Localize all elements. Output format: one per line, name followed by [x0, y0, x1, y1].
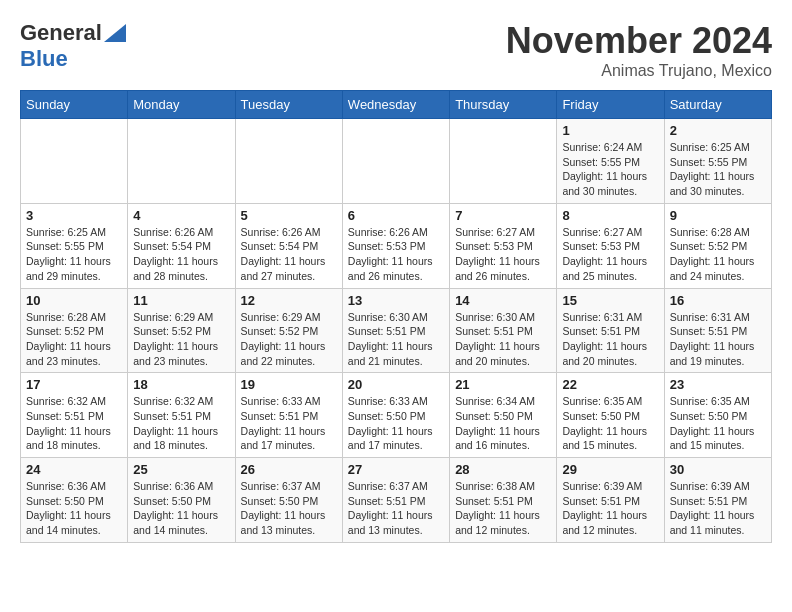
- calendar-body: 1Sunrise: 6:24 AMSunset: 5:55 PMDaylight…: [21, 119, 772, 543]
- cell-day-number: 2: [670, 123, 766, 138]
- cell-sun-info: Sunrise: 6:36 AMSunset: 5:50 PMDaylight:…: [133, 479, 229, 538]
- cell-sun-info: Sunrise: 6:27 AMSunset: 5:53 PMDaylight:…: [455, 225, 551, 284]
- cell-sun-info: Sunrise: 6:24 AMSunset: 5:55 PMDaylight:…: [562, 140, 658, 199]
- calendar-cell: 1Sunrise: 6:24 AMSunset: 5:55 PMDaylight…: [557, 119, 664, 204]
- cell-sun-info: Sunrise: 6:39 AMSunset: 5:51 PMDaylight:…: [562, 479, 658, 538]
- cell-sun-info: Sunrise: 6:25 AMSunset: 5:55 PMDaylight:…: [670, 140, 766, 199]
- day-of-week-header: Thursday: [450, 91, 557, 119]
- day-of-week-header: Monday: [128, 91, 235, 119]
- cell-sun-info: Sunrise: 6:35 AMSunset: 5:50 PMDaylight:…: [670, 394, 766, 453]
- calendar-week-row: 24Sunrise: 6:36 AMSunset: 5:50 PMDayligh…: [21, 458, 772, 543]
- calendar-cell: [21, 119, 128, 204]
- calendar-cell: [342, 119, 449, 204]
- cell-sun-info: Sunrise: 6:29 AMSunset: 5:52 PMDaylight:…: [133, 310, 229, 369]
- cell-day-number: 15: [562, 293, 658, 308]
- cell-day-number: 7: [455, 208, 551, 223]
- calendar-cell: 8Sunrise: 6:27 AMSunset: 5:53 PMDaylight…: [557, 203, 664, 288]
- cell-sun-info: Sunrise: 6:31 AMSunset: 5:51 PMDaylight:…: [670, 310, 766, 369]
- calendar-cell: 6Sunrise: 6:26 AMSunset: 5:53 PMDaylight…: [342, 203, 449, 288]
- calendar-cell: 14Sunrise: 6:30 AMSunset: 5:51 PMDayligh…: [450, 288, 557, 373]
- cell-sun-info: Sunrise: 6:30 AMSunset: 5:51 PMDaylight:…: [348, 310, 444, 369]
- cell-sun-info: Sunrise: 6:33 AMSunset: 5:50 PMDaylight:…: [348, 394, 444, 453]
- cell-sun-info: Sunrise: 6:26 AMSunset: 5:54 PMDaylight:…: [133, 225, 229, 284]
- cell-day-number: 20: [348, 377, 444, 392]
- calendar-cell: 3Sunrise: 6:25 AMSunset: 5:55 PMDaylight…: [21, 203, 128, 288]
- cell-sun-info: Sunrise: 6:37 AMSunset: 5:50 PMDaylight:…: [241, 479, 337, 538]
- cell-day-number: 13: [348, 293, 444, 308]
- month-title: November 2024: [506, 20, 772, 62]
- cell-day-number: 16: [670, 293, 766, 308]
- cell-day-number: 11: [133, 293, 229, 308]
- cell-sun-info: Sunrise: 6:30 AMSunset: 5:51 PMDaylight:…: [455, 310, 551, 369]
- cell-sun-info: Sunrise: 6:33 AMSunset: 5:51 PMDaylight:…: [241, 394, 337, 453]
- calendar-cell: 21Sunrise: 6:34 AMSunset: 5:50 PMDayligh…: [450, 373, 557, 458]
- calendar-week-row: 1Sunrise: 6:24 AMSunset: 5:55 PMDaylight…: [21, 119, 772, 204]
- cell-day-number: 24: [26, 462, 122, 477]
- cell-day-number: 26: [241, 462, 337, 477]
- calendar-cell: 19Sunrise: 6:33 AMSunset: 5:51 PMDayligh…: [235, 373, 342, 458]
- cell-day-number: 30: [670, 462, 766, 477]
- day-of-week-header: Saturday: [664, 91, 771, 119]
- cell-day-number: 10: [26, 293, 122, 308]
- calendar-cell: [450, 119, 557, 204]
- calendar-cell: 9Sunrise: 6:28 AMSunset: 5:52 PMDaylight…: [664, 203, 771, 288]
- cell-sun-info: Sunrise: 6:37 AMSunset: 5:51 PMDaylight:…: [348, 479, 444, 538]
- cell-sun-info: Sunrise: 6:29 AMSunset: 5:52 PMDaylight:…: [241, 310, 337, 369]
- cell-sun-info: Sunrise: 6:38 AMSunset: 5:51 PMDaylight:…: [455, 479, 551, 538]
- cell-day-number: 6: [348, 208, 444, 223]
- calendar-cell: 11Sunrise: 6:29 AMSunset: 5:52 PMDayligh…: [128, 288, 235, 373]
- cell-sun-info: Sunrise: 6:28 AMSunset: 5:52 PMDaylight:…: [670, 225, 766, 284]
- cell-sun-info: Sunrise: 6:31 AMSunset: 5:51 PMDaylight:…: [562, 310, 658, 369]
- cell-sun-info: Sunrise: 6:26 AMSunset: 5:53 PMDaylight:…: [348, 225, 444, 284]
- title-block: November 2024 Animas Trujano, Mexico: [506, 20, 772, 80]
- cell-sun-info: Sunrise: 6:27 AMSunset: 5:53 PMDaylight:…: [562, 225, 658, 284]
- day-of-week-header: Sunday: [21, 91, 128, 119]
- calendar-cell: 15Sunrise: 6:31 AMSunset: 5:51 PMDayligh…: [557, 288, 664, 373]
- calendar-cell: 16Sunrise: 6:31 AMSunset: 5:51 PMDayligh…: [664, 288, 771, 373]
- calendar-cell: 26Sunrise: 6:37 AMSunset: 5:50 PMDayligh…: [235, 458, 342, 543]
- cell-day-number: 9: [670, 208, 766, 223]
- calendar-table: SundayMondayTuesdayWednesdayThursdayFrid…: [20, 90, 772, 543]
- cell-day-number: 17: [26, 377, 122, 392]
- cell-sun-info: Sunrise: 6:26 AMSunset: 5:54 PMDaylight:…: [241, 225, 337, 284]
- days-of-week-row: SundayMondayTuesdayWednesdayThursdayFrid…: [21, 91, 772, 119]
- calendar-cell: 20Sunrise: 6:33 AMSunset: 5:50 PMDayligh…: [342, 373, 449, 458]
- location-subtitle: Animas Trujano, Mexico: [506, 62, 772, 80]
- cell-day-number: 4: [133, 208, 229, 223]
- calendar-cell: 29Sunrise: 6:39 AMSunset: 5:51 PMDayligh…: [557, 458, 664, 543]
- cell-day-number: 19: [241, 377, 337, 392]
- calendar-header: SundayMondayTuesdayWednesdayThursdayFrid…: [21, 91, 772, 119]
- calendar-cell: 27Sunrise: 6:37 AMSunset: 5:51 PMDayligh…: [342, 458, 449, 543]
- day-of-week-header: Friday: [557, 91, 664, 119]
- logo-text-general: General: [20, 20, 102, 46]
- cell-sun-info: Sunrise: 6:32 AMSunset: 5:51 PMDaylight:…: [26, 394, 122, 453]
- calendar-cell: [235, 119, 342, 204]
- calendar-cell: 10Sunrise: 6:28 AMSunset: 5:52 PMDayligh…: [21, 288, 128, 373]
- calendar-cell: 28Sunrise: 6:38 AMSunset: 5:51 PMDayligh…: [450, 458, 557, 543]
- calendar-week-row: 10Sunrise: 6:28 AMSunset: 5:52 PMDayligh…: [21, 288, 772, 373]
- logo-text-blue: Blue: [20, 46, 68, 71]
- calendar-cell: 12Sunrise: 6:29 AMSunset: 5:52 PMDayligh…: [235, 288, 342, 373]
- calendar-cell: 30Sunrise: 6:39 AMSunset: 5:51 PMDayligh…: [664, 458, 771, 543]
- calendar-cell: 25Sunrise: 6:36 AMSunset: 5:50 PMDayligh…: [128, 458, 235, 543]
- calendar-cell: 4Sunrise: 6:26 AMSunset: 5:54 PMDaylight…: [128, 203, 235, 288]
- cell-day-number: 27: [348, 462, 444, 477]
- cell-sun-info: Sunrise: 6:39 AMSunset: 5:51 PMDaylight:…: [670, 479, 766, 538]
- cell-day-number: 18: [133, 377, 229, 392]
- calendar-cell: [128, 119, 235, 204]
- cell-sun-info: Sunrise: 6:35 AMSunset: 5:50 PMDaylight:…: [562, 394, 658, 453]
- calendar-cell: 7Sunrise: 6:27 AMSunset: 5:53 PMDaylight…: [450, 203, 557, 288]
- logo-icon: [104, 24, 126, 42]
- calendar-cell: 17Sunrise: 6:32 AMSunset: 5:51 PMDayligh…: [21, 373, 128, 458]
- cell-day-number: 23: [670, 377, 766, 392]
- day-of-week-header: Wednesday: [342, 91, 449, 119]
- svg-marker-0: [104, 24, 126, 42]
- cell-day-number: 25: [133, 462, 229, 477]
- logo: General Blue: [20, 20, 126, 72]
- day-of-week-header: Tuesday: [235, 91, 342, 119]
- cell-day-number: 1: [562, 123, 658, 138]
- calendar-cell: 23Sunrise: 6:35 AMSunset: 5:50 PMDayligh…: [664, 373, 771, 458]
- cell-sun-info: Sunrise: 6:25 AMSunset: 5:55 PMDaylight:…: [26, 225, 122, 284]
- cell-day-number: 21: [455, 377, 551, 392]
- calendar-week-row: 17Sunrise: 6:32 AMSunset: 5:51 PMDayligh…: [21, 373, 772, 458]
